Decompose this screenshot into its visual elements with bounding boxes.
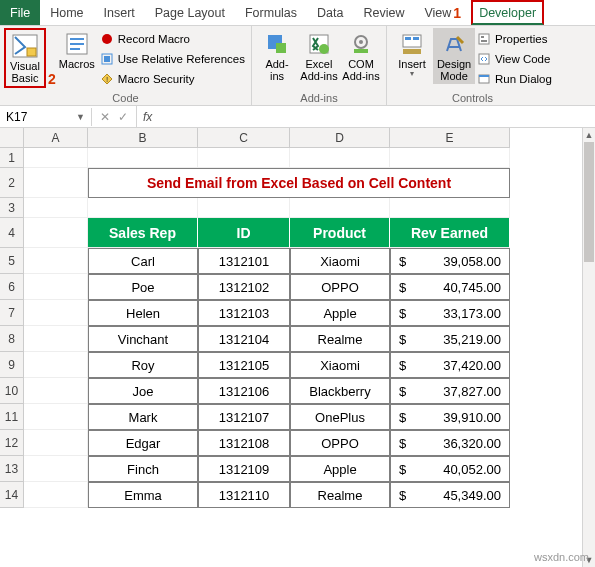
tab-insert[interactable]: Insert [94, 0, 145, 25]
cell-sales-rep[interactable]: Edgar [88, 430, 198, 456]
col-header-B[interactable]: B [88, 128, 198, 148]
cell-product[interactable]: OPPO [290, 274, 390, 300]
addins-button[interactable]: Add- ins [256, 28, 298, 84]
cell-sales-rep[interactable]: Roy [88, 352, 198, 378]
cell-id[interactable]: 1312108 [198, 430, 290, 456]
cells-area[interactable]: Send Email from Excel Based on Cell Cont… [24, 148, 510, 508]
scroll-up-arrow-icon[interactable]: ▲ [583, 128, 595, 142]
cell-sales-rep[interactable]: Finch [88, 456, 198, 482]
tab-data[interactable]: Data [307, 0, 353, 25]
row-header-11[interactable]: 11 [0, 404, 24, 430]
cell-rev-earned[interactable]: $36,320.00 [390, 430, 510, 456]
col-header-D[interactable]: D [290, 128, 390, 148]
cell-product[interactable]: Xiaomi [290, 248, 390, 274]
cell-sales-rep[interactable]: Mark [88, 404, 198, 430]
run-dialog-button[interactable]: Run Dialog [477, 70, 552, 88]
col-header-A[interactable]: A [24, 128, 88, 148]
cell-rev-earned[interactable]: $37,420.00 [390, 352, 510, 378]
row-header-7[interactable]: 7 [0, 300, 24, 326]
cell-id[interactable]: 1312101 [198, 248, 290, 274]
cell-sales-rep[interactable]: Carl [88, 248, 198, 274]
design-mode-button[interactable]: Design Mode [433, 28, 475, 84]
svg-rect-24 [479, 54, 489, 64]
excel-addins-button[interactable]: Excel Add-ins [298, 28, 340, 84]
fx-label[interactable]: fx [137, 110, 158, 124]
tab-home[interactable]: Home [40, 0, 93, 25]
tab-view[interactable]: View1 [414, 0, 471, 25]
cell-sales-rep[interactable]: Poe [88, 274, 198, 300]
use-relative-references-button[interactable]: Use Relative References [100, 50, 245, 68]
cell-rev-earned[interactable]: $40,052.00 [390, 456, 510, 482]
cell-product[interactable]: Apple [290, 300, 390, 326]
record-macro-icon [100, 32, 114, 46]
view-code-button[interactable]: View Code [477, 50, 552, 68]
tab-file[interactable]: File [0, 0, 40, 25]
cell-sales-rep[interactable]: Emma [88, 482, 198, 508]
cell-product[interactable]: Realme [290, 326, 390, 352]
cancel-formula-icon[interactable]: ✕ [100, 110, 110, 124]
select-all-corner[interactable] [0, 128, 24, 148]
cell-id[interactable]: 1312104 [198, 326, 290, 352]
cell-rev-earned[interactable]: $39,910.00 [390, 404, 510, 430]
com-addins-button[interactable]: COM Add-ins [340, 28, 382, 84]
row-header-2[interactable]: 2 [0, 168, 24, 198]
cell-rev-earned[interactable]: $35,219.00 [390, 326, 510, 352]
macros-label: Macros [59, 58, 95, 70]
cell-id[interactable]: 1312103 [198, 300, 290, 326]
cell-rev-earned[interactable]: $45,349.00 [390, 482, 510, 508]
header-sales-rep[interactable]: Sales Rep [88, 218, 198, 248]
tab-formulas[interactable]: Formulas [235, 0, 307, 25]
vertical-scrollbar[interactable]: ▲ ▼ [582, 128, 595, 567]
svg-rect-18 [405, 37, 411, 40]
cell-rev-earned[interactable]: $40,745.00 [390, 274, 510, 300]
cell-rev-earned[interactable]: $37,827.00 [390, 378, 510, 404]
row-header-12[interactable]: 12 [0, 430, 24, 456]
row-header-1[interactable]: 1 [0, 148, 24, 168]
enter-formula-icon[interactable]: ✓ [118, 110, 128, 124]
insert-control-button[interactable]: Insert ▾ [391, 28, 433, 81]
cell-rev-earned[interactable]: $33,173.00 [390, 300, 510, 326]
cell-id[interactable]: 1312109 [198, 456, 290, 482]
cell-id[interactable]: 1312107 [198, 404, 290, 430]
cell-id[interactable]: 1312106 [198, 378, 290, 404]
macros-button[interactable]: Macros [56, 28, 98, 72]
tab-page-layout[interactable]: Page Layout [145, 0, 235, 25]
cell-sales-rep[interactable]: Helen [88, 300, 198, 326]
cell-id[interactable]: 1312105 [198, 352, 290, 378]
row-header-4[interactable]: 4 [0, 218, 24, 248]
cell-id[interactable]: 1312110 [198, 482, 290, 508]
row-header-8[interactable]: 8 [0, 326, 24, 352]
record-macro-button[interactable]: Record Macro [100, 30, 245, 48]
cell-product[interactable]: Realme [290, 482, 390, 508]
name-box[interactable]: K17 ▼ [0, 108, 92, 126]
row-header-9[interactable]: 9 [0, 352, 24, 378]
cell-id[interactable]: 1312102 [198, 274, 290, 300]
visual-basic-button[interactable]: Visual Basic [4, 28, 46, 88]
col-header-E[interactable]: E [390, 128, 510, 148]
row-header-10[interactable]: 10 [0, 378, 24, 404]
cell-rev-earned[interactable]: $39,058.00 [390, 248, 510, 274]
cell-product[interactable]: Apple [290, 456, 390, 482]
col-header-C[interactable]: C [198, 128, 290, 148]
tab-review[interactable]: Review [353, 0, 414, 25]
cell-sales-rep[interactable]: Joe [88, 378, 198, 404]
macro-security-button[interactable]: ! Macro Security [100, 70, 245, 88]
cell-product[interactable]: Blackberry [290, 378, 390, 404]
cell-product[interactable]: OnePlus [290, 404, 390, 430]
properties-button[interactable]: Properties [477, 30, 552, 48]
row-header-14[interactable]: 14 [0, 482, 24, 508]
row-header-13[interactable]: 13 [0, 456, 24, 482]
cell-product[interactable]: OPPO [290, 430, 390, 456]
header-id[interactable]: ID [198, 218, 290, 248]
table-row: Roy1312105Xiaomi$37,420.00 [24, 352, 510, 378]
header-product[interactable]: Product [290, 218, 390, 248]
tab-developer[interactable]: Developer [471, 0, 544, 25]
row-header-3[interactable]: 3 [0, 198, 24, 218]
row-header-6[interactable]: 6 [0, 274, 24, 300]
header-rev-earned[interactable]: Rev Earned [390, 218, 510, 248]
row-header-5[interactable]: 5 [0, 248, 24, 274]
scrollbar-thumb[interactable] [584, 142, 594, 262]
cell-product[interactable]: Xiaomi [290, 352, 390, 378]
cell-sales-rep[interactable]: Vinchant [88, 326, 198, 352]
title-cell[interactable]: Send Email from Excel Based on Cell Cont… [88, 168, 510, 198]
